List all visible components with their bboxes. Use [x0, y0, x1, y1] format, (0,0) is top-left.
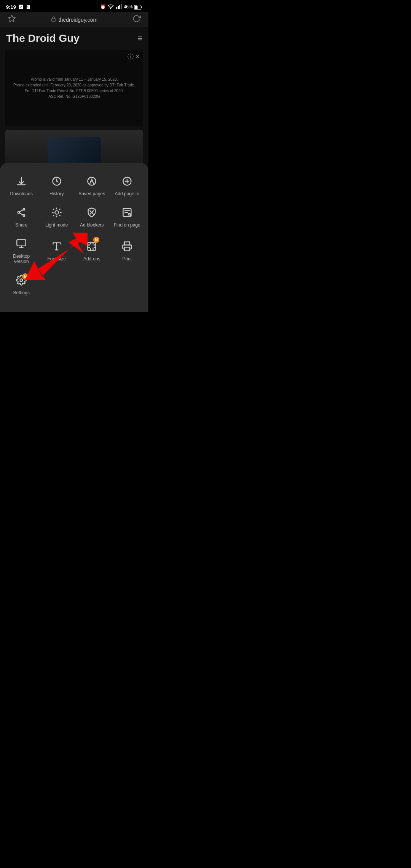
downloads-label: Downloads	[10, 191, 33, 196]
desktop-icon	[16, 238, 27, 251]
font-icon	[51, 241, 62, 253]
find-on-page-label: Find on page	[114, 222, 140, 228]
svg-rect-1	[116, 7, 117, 9]
menu-item-saved-pages[interactable]: Saved pages	[74, 171, 110, 202]
svg-line-26	[53, 215, 54, 216]
menu-item-find-on-page[interactable]: Find on page	[110, 202, 145, 233]
status-bar: 9:19 🖼 🖥 ⏰ 46%	[0, 0, 148, 12]
svg-rect-4	[121, 4, 122, 9]
svg-line-17	[20, 210, 23, 212]
svg-rect-41	[124, 247, 130, 251]
menu-item-share[interactable]: Share	[4, 202, 39, 233]
add-page-label: Add page to	[115, 191, 139, 196]
add-page-icon	[122, 176, 132, 188]
menu-row-2: Share Light mode	[4, 202, 145, 233]
menu-item-print[interactable]: Print	[110, 233, 145, 270]
svg-rect-8	[52, 19, 56, 21]
signal-icon	[116, 3, 122, 11]
svg-point-0	[110, 8, 111, 8]
menu-row-1: Downloads History Saved pages	[4, 171, 145, 202]
settings-badge: N	[22, 273, 28, 279]
svg-point-19	[55, 211, 58, 214]
menu-item-ad-blockers[interactable]: Ad blockers	[74, 202, 110, 233]
print-label: Print	[122, 256, 132, 262]
ad-close-icon[interactable]: ✕	[135, 53, 140, 61]
svg-line-27	[59, 209, 60, 210]
menu-item-light-mode[interactable]: Light mode	[39, 202, 75, 233]
share-label: Share	[15, 222, 27, 228]
status-left: 9:19 🖼 🖥	[6, 4, 30, 10]
ad-area: ⓘ ✕ Promo is valid from January 11 – Jan…	[5, 50, 143, 126]
photo-icon: 🖼	[18, 4, 23, 10]
ad-text: Promo is valid from January 11 – January…	[9, 77, 139, 99]
favorite-button[interactable]	[8, 14, 16, 25]
alarm-icon: ⏰	[100, 4, 106, 10]
add-ons-badge: N	[93, 237, 99, 243]
wifi-icon	[108, 3, 114, 11]
cast-icon: 🖥	[25, 4, 30, 10]
share-icon	[16, 207, 27, 219]
saved-pages-label: Saved pages	[78, 191, 105, 196]
menu-item-settings[interactable]: N Settings	[4, 270, 39, 301]
refresh-button[interactable]	[132, 14, 141, 25]
settings-label: Settings	[13, 290, 30, 295]
print-icon	[122, 241, 132, 253]
product-image	[47, 137, 101, 164]
menu-row-4: N Settings	[4, 270, 145, 301]
site-title: The Droid Guy	[6, 32, 80, 45]
time-display: 9:19	[6, 4, 16, 10]
menu-item-add-ons[interactable]: N Add-ons	[74, 233, 110, 270]
menu-item-desktop-version[interactable]: Desktop version	[4, 233, 39, 270]
find-icon	[122, 207, 132, 219]
status-right: ⏰ 46%	[100, 3, 142, 11]
svg-rect-40	[88, 243, 96, 251]
add-ons-label: Add-ons	[83, 256, 100, 262]
svg-point-42	[20, 279, 23, 282]
svg-rect-6	[135, 5, 138, 9]
history-icon	[51, 176, 62, 188]
svg-rect-35	[17, 240, 26, 246]
svg-marker-7	[8, 15, 15, 22]
menu-item-add-page[interactable]: Add page to	[110, 171, 145, 202]
menu-item-history[interactable]: History	[39, 171, 75, 202]
font-size-label: Font size	[47, 256, 66, 262]
svg-line-18	[20, 213, 23, 215]
menu-row-3: Desktop version Font size N Add-o	[4, 233, 145, 270]
desktop-version-label: Desktop version	[7, 254, 36, 264]
svg-line-23	[59, 215, 60, 216]
page-content: The Droid Guy ≡ ⓘ ✕ Promo is valid from …	[0, 27, 148, 176]
light-mode-label: Light mode	[45, 222, 68, 228]
menu-item-font-size[interactable]: Font size	[39, 233, 75, 270]
svg-point-10	[88, 177, 96, 185]
hamburger-icon[interactable]: ≡	[137, 34, 142, 43]
svg-line-22	[53, 209, 54, 210]
url-bar[interactable]: thedroidguy.com	[51, 16, 97, 23]
lock-icon	[51, 16, 56, 23]
history-label: History	[49, 191, 64, 196]
menu-item-downloads[interactable]: Downloads	[4, 171, 39, 202]
image-preview	[5, 130, 143, 164]
ad-blockers-label: Ad blockers	[80, 222, 104, 228]
svg-rect-3	[119, 5, 120, 9]
svg-rect-2	[118, 6, 119, 9]
site-header: The Droid Guy ≡	[0, 27, 148, 50]
download-icon	[16, 176, 27, 188]
sun-icon	[51, 207, 62, 219]
saved-pages-icon	[86, 176, 97, 188]
browser-toolbar: thedroidguy.com	[0, 12, 148, 27]
ad-info-icon[interactable]: ⓘ	[127, 53, 134, 61]
shield-icon	[86, 207, 97, 219]
ad-controls: ⓘ ✕	[127, 53, 140, 61]
url-text: thedroidguy.com	[59, 17, 97, 23]
bottom-sheet-menu: Downloads History Saved pages	[0, 163, 148, 312]
battery-display: 46%	[124, 4, 142, 10]
